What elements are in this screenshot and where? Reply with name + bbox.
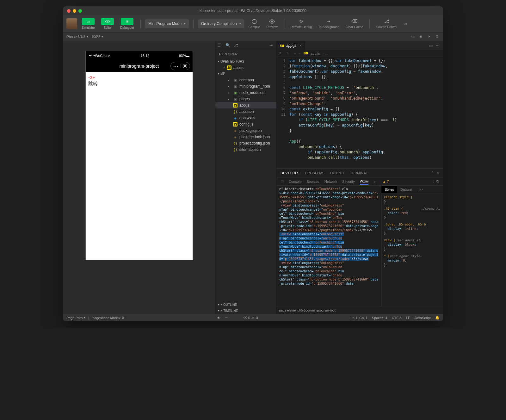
- file-item[interactable]: ◈package.json: [215, 127, 276, 134]
- devtools-subtab[interactable]: Sources: [306, 180, 319, 183]
- editor-panel: JS app.js × ▭ ⋯ ≡☆ ← → JS app.js› … 1234…: [277, 41, 443, 314]
- project-root[interactable]: MP: [215, 71, 276, 77]
- devtools-tab[interactable]: OUTPUT: [330, 171, 344, 175]
- devtools-subtab[interactable]: Console: [289, 180, 301, 183]
- split-icon[interactable]: ▭: [429, 43, 433, 48]
- eol[interactable]: LF: [406, 316, 410, 320]
- compile-dropdown[interactable]: Ordinary Compilation: [198, 19, 244, 28]
- snap-icon[interactable]: ⧉: [436, 34, 440, 39]
- panel-close-icon[interactable]: ×: [437, 171, 439, 175]
- devtools-subtab[interactable]: Security: [342, 180, 355, 183]
- panel-up-icon[interactable]: ⌃: [431, 171, 434, 175]
- encoding[interactable]: UTF-8: [392, 316, 402, 320]
- editor-tab[interactable]: JS app.js ×: [277, 41, 305, 50]
- file-item[interactable]: { }project.config.json: [215, 140, 276, 146]
- devtools-tab[interactable]: PROBLEMS: [305, 171, 324, 175]
- wifi-icon: ᯤ: [108, 54, 111, 58]
- mute-icon[interactable]: 🕨: [428, 34, 432, 39]
- avatar[interactable]: [66, 18, 77, 29]
- code-editor[interactable]: 1234567891011 var fakeWindow = {};var fa…: [277, 57, 443, 168]
- simulator-toggle[interactable]: ▭Simulator: [80, 17, 97, 30]
- devtools-subtab[interactable]: Network: [324, 180, 337, 183]
- statusbar: Page Path ▾ | pages/index/index ⧉ 👁 ⋯ ⓧ …: [63, 314, 443, 321]
- open-editor-item[interactable]: × JS app.js: [215, 65, 276, 71]
- device-select[interactable]: iPhone 6/7/8: [66, 35, 88, 39]
- remote-debug-button[interactable]: ⚙ Remote Debug: [289, 18, 314, 29]
- editor-toggle[interactable]: </>Editor: [99, 17, 116, 30]
- outline-section[interactable]: ▾OUTLINE: [215, 302, 276, 308]
- close-window[interactable]: [67, 9, 71, 13]
- file-item[interactable]: ▸▣node_modules: [215, 90, 276, 96]
- dataset-tab[interactable]: Dataset: [397, 188, 416, 191]
- app-window: kbone-template-preact - WeChat Devtools …: [63, 6, 443, 321]
- top-toolbar: ▭Simulator </>Editor ≡Debugger Mini Prog…: [63, 15, 443, 32]
- toolbar-more[interactable]: »: [402, 21, 410, 27]
- list-icon[interactable]: ☰: [217, 43, 222, 48]
- explorer-title: EXPLORER: [215, 50, 276, 59]
- scm-icon[interactable]: ⎇: [234, 43, 239, 48]
- file-item[interactable]: ◈app.wxss: [215, 115, 276, 121]
- file-item[interactable]: ▸▣common: [215, 77, 276, 83]
- file-item[interactable]: { }sitemap.json: [215, 146, 276, 153]
- devtools-panel: DEVTOOLSPROBLEMSOUTPUTTERMINAL⌃× ⬚Consol…: [277, 168, 443, 314]
- page-path[interactable]: Page Path ▾ | pages/index/index ⧉: [66, 316, 124, 320]
- window-title: kbone-template-preact - WeChat Devtools …: [63, 9, 443, 13]
- problems-count[interactable]: ⓧ 0 ⚠ 0: [244, 315, 258, 320]
- maximize-window[interactable]: [78, 9, 82, 13]
- cursor-pos[interactable]: Ln 1, Col 1: [351, 316, 367, 320]
- inspect-icon[interactable]: ⬚: [281, 179, 284, 183]
- explorer-panel: ☰ 🔍 ⎇ ⇥ EXPLORER OPEN EDITORS × JS app.j…: [215, 41, 277, 314]
- to-background-button[interactable]: ↦ To Background: [316, 18, 341, 29]
- record-icon[interactable]: ◉: [419, 34, 424, 39]
- styles-more[interactable]: >>: [416, 188, 426, 191]
- close-tab-icon[interactable]: ×: [299, 43, 302, 48]
- editor-tabs: JS app.js × ▭ ⋯: [277, 41, 443, 50]
- file-item[interactable]: JSconfig.js: [215, 121, 276, 127]
- devtools-subtab[interactable]: Wxml: [360, 179, 369, 185]
- warning-badge[interactable]: ▲ 7: [382, 180, 389, 183]
- devtools-tab[interactable]: DEVTOOLS: [281, 171, 299, 175]
- visibility-icon[interactable]: 👁: [217, 316, 220, 320]
- bell-icon[interactable]: 🔔: [435, 316, 440, 320]
- collapse-icon[interactable]: ⇥: [269, 43, 275, 48]
- styles-tabs: Styles Dataset >>: [381, 186, 443, 193]
- open-editors-section[interactable]: OPEN EDITORS: [215, 59, 276, 65]
- source-control-button[interactable]: ⎇ Source Control: [374, 18, 399, 29]
- clear-cache-button[interactable]: ⌫ Clear Cache: [344, 18, 365, 29]
- minimize-window[interactable]: [73, 9, 76, 13]
- page-content[interactable]: -3+ 跳转: [86, 72, 193, 260]
- file-item[interactable]: { }app.json: [215, 108, 276, 115]
- copy-icon[interactable]: ⧉: [122, 316, 124, 320]
- lang[interactable]: JavaScript: [415, 316, 431, 320]
- file-item[interactable]: JSapp.js: [215, 102, 276, 108]
- rotate-icon[interactable]: ▭: [411, 34, 416, 39]
- explorer-icon-bar: ☰ 🔍 ⎇ ⇥: [215, 41, 276, 50]
- debugger-toggle[interactable]: ≡Debugger: [118, 17, 136, 30]
- counter-text[interactable]: -3+: [88, 75, 190, 80]
- spaces[interactable]: Spaces: 4: [372, 316, 387, 320]
- element-crumb[interactable]: page element.h5-body.miniprogram-root: [277, 307, 443, 314]
- timeline-section[interactable]: ▾TIMELINE: [215, 308, 276, 314]
- devtools-settings[interactable]: ⋮ ⧉: [432, 179, 439, 183]
- subtab-more[interactable]: »: [373, 180, 375, 183]
- link-text[interactable]: 跳转: [88, 81, 190, 87]
- file-item[interactable]: ◈package-lock.json: [215, 134, 276, 140]
- zoom-select[interactable]: 100%: [91, 35, 103, 39]
- nav-title: miniprogram-project: [120, 64, 159, 69]
- styles-list[interactable]: element.style {}.h5-span {./common/…colo…: [381, 193, 443, 307]
- file-item[interactable]: ▸▣miniprogram_npm: [215, 83, 276, 90]
- styles-tab[interactable]: Styles: [381, 186, 397, 193]
- device-bar: iPhone 6/7/8 100% ▭ ◉ 🕨 ⧉: [63, 32, 443, 41]
- battery-pct: 93%: [179, 54, 186, 58]
- more-status-icon[interactable]: ⋯: [225, 316, 228, 320]
- preview-button[interactable]: Preview: [264, 18, 280, 29]
- mode-dropdown[interactable]: Mini Program Mode: [145, 19, 189, 28]
- more-icon[interactable]: ⋯: [436, 43, 440, 48]
- devtools-tab[interactable]: TERMINAL: [350, 171, 368, 175]
- compile-button[interactable]: Compile: [247, 18, 262, 29]
- capsule-menu[interactable]: •••: [170, 62, 190, 70]
- breadcrumb[interactable]: ≡☆ ← → JS app.js› …: [277, 50, 443, 57]
- search-icon[interactable]: 🔍: [225, 43, 231, 48]
- wxml-tree[interactable]: e" bindtouchstart="onTouchStart" cla 5-d…: [277, 186, 381, 307]
- file-item[interactable]: ▸▣pages: [215, 96, 276, 102]
